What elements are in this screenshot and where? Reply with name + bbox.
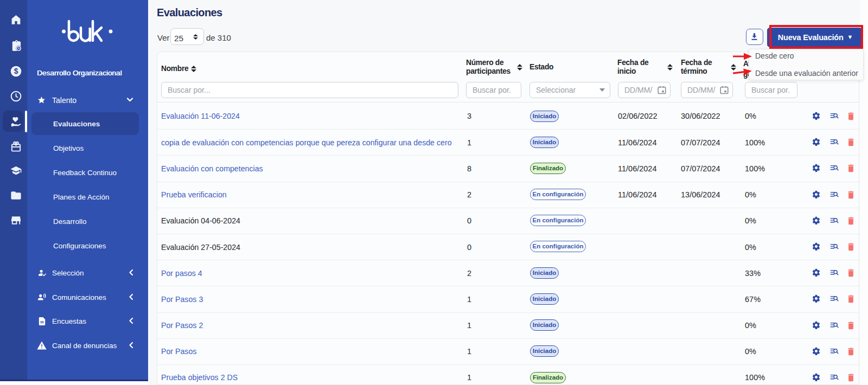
svg-text:$: $ (14, 67, 18, 75)
